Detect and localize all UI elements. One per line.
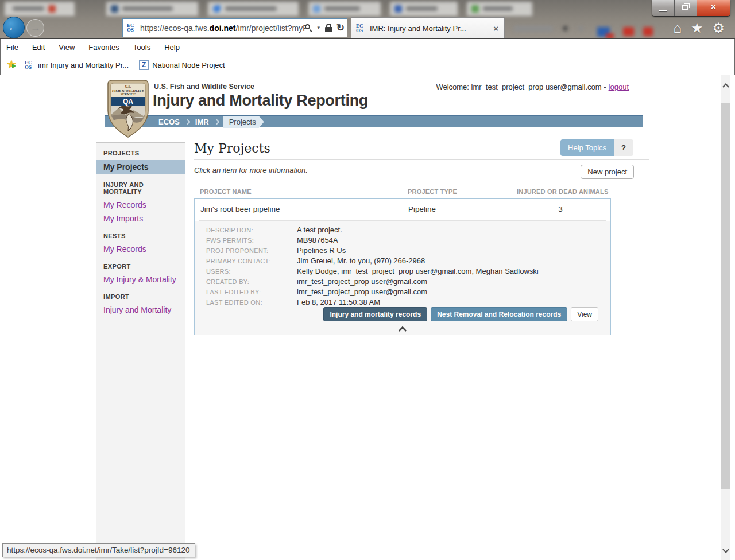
project-actions: Injury and mortality records Nest Remova…	[323, 307, 598, 321]
scrollbar-thumb[interactable]	[721, 103, 730, 489]
sidebar-item-my-projects[interactable]: My Projects	[96, 160, 185, 174]
restore-button[interactable]	[675, 0, 697, 16]
status-url-tooltip: https://ecos-qa.fws.doi.net/imr/Take/lis…	[2, 543, 195, 557]
vertical-scrollbar[interactable]	[721, 75, 730, 560]
ecos-favicon: ECOS	[127, 23, 137, 33]
active-tab[interactable]: ECOS IMR: Injury and Mortality Pr... ×	[351, 17, 505, 38]
collapse-chevron-icon[interactable]	[195, 324, 610, 334]
detail-value: A test project.	[297, 225, 342, 236]
background-window-tab	[308, 2, 381, 16]
minimize-icon	[659, 10, 667, 11]
detail-label: PRIMARY CONTACT:	[195, 256, 297, 267]
detail-label: CREATED BY:	[195, 277, 297, 287]
scroll-down-icon[interactable]	[721, 545, 730, 557]
detail-value: imr_test_project_prop user@gmail.com	[297, 277, 427, 287]
sidebar-header-export: EXPORT	[96, 263, 185, 270]
forward-button[interactable]: →	[26, 19, 44, 37]
favorites-star-icon[interactable]: ★	[691, 21, 703, 36]
chevron-down-icon[interactable]: ▼	[316, 25, 321, 30]
breadcrumb-projects: Projects	[223, 116, 264, 128]
menu-help[interactable]: Help	[164, 43, 180, 52]
menu-favorites[interactable]: Favorites	[88, 43, 119, 52]
sidebar-header-nests: NESTS	[96, 232, 185, 239]
project-name[interactable]: Jim's root beer pipeline	[200, 205, 280, 213]
detail-label: PROJ PROPONENT:	[195, 246, 297, 256]
ecos-favicon: ECOS	[356, 24, 366, 33]
new-project-button[interactable]: New project	[581, 165, 634, 179]
address-bar[interactable]: ECOS https://ecos-qa.fws.doi.net/imr/pro…	[122, 18, 347, 37]
detail-row: DESCRIPTION: A test project.	[195, 225, 610, 236]
hint-text: Click an item for more information.	[194, 166, 308, 174]
detail-row: FWS PERMITS: MB987654A	[195, 236, 610, 246]
url-text[interactable]: https://ecos-qa.fws.doi.net/imr/project/…	[140, 24, 305, 33]
minimize-button[interactable]	[652, 0, 675, 16]
tab-title: IMR: Injury and Mortality Pr...	[370, 24, 492, 33]
background-blur-region	[508, 19, 657, 38]
ecos-favicon: ECOS	[25, 60, 34, 70]
breadcrumb-ecos[interactable]: ECOS	[154, 118, 184, 126]
browser-window: × ← → ECOS https://ecos-qa.fws.doi.net/i…	[0, 0, 735, 560]
detail-label: USERS:	[195, 267, 297, 277]
home-icon[interactable]: ⌂	[673, 21, 682, 36]
nest-removal-records-button[interactable]: Nest Removal and Relocation records	[431, 307, 567, 321]
help-topics-button[interactable]: Help Topics	[560, 139, 614, 156]
menu-edit[interactable]: Edit	[32, 43, 45, 52]
sidebar-header-import: IMPORT	[96, 293, 185, 300]
tab-close-icon[interactable]: ×	[492, 24, 500, 33]
breadcrumb-imr[interactable]: IMR	[191, 118, 214, 126]
page-title: My Projects	[194, 141, 270, 155]
scroll-up-icon[interactable]	[721, 80, 730, 91]
background-window-tab	[467, 2, 532, 16]
chevron-right-icon	[184, 119, 190, 125]
sidebar-item-my-imports[interactable]: My Imports	[96, 212, 185, 225]
background-window-tab	[208, 2, 299, 16]
refresh-icon[interactable]: ↻	[336, 24, 345, 32]
lock-icon	[325, 24, 332, 32]
menu-tools[interactable]: Tools	[133, 43, 150, 52]
menu-file[interactable]: File	[6, 43, 18, 52]
project-animal-count: 3	[517, 205, 604, 213]
close-button[interactable]: ×	[697, 0, 730, 16]
detail-label: LAST EDITED BY:	[195, 287, 297, 298]
back-button[interactable]: ←	[3, 17, 25, 38]
detail-label: DESCRIPTION:	[195, 225, 297, 236]
view-button[interactable]: View	[571, 307, 598, 321]
logout-link[interactable]: logout	[609, 83, 629, 91]
column-header-project-type: PROJECT TYPE	[408, 188, 457, 195]
app-title: Injury and Mortality Reporting	[153, 92, 368, 110]
detail-row: USERS: Kelly Dodge, imr_test_project_pro…	[195, 267, 610, 277]
background-window-tab	[5, 2, 75, 16]
chevron-right-icon	[214, 119, 219, 125]
favorite-item-national-node[interactable]: Z National Node Project	[139, 60, 225, 70]
detail-row: PRIMARY CONTACT: Jim Greuel, Mr. to you,…	[195, 256, 610, 267]
sidebar-item-my-records[interactable]: My Records	[96, 198, 185, 212]
detail-value: Pipelines R Us	[297, 246, 346, 256]
sidebar-header-projects: PROJECTS	[96, 150, 185, 157]
help-group: Help Topics ?	[560, 139, 633, 156]
detail-label: FWS PERMITS:	[195, 236, 297, 246]
sidebar-header-injury-mortality: INJURY AND MORTALITY	[96, 181, 185, 195]
breadcrumb: ECOS IMR Projects	[105, 115, 643, 127]
favorite-item-imr[interactable]: ECOS imr Injury and Mortality Pr...	[25, 60, 129, 70]
background-window-tab	[106, 2, 198, 16]
menu-view[interactable]: View	[59, 43, 75, 52]
detail-row: LAST EDITED BY: imr_test_project_prop us…	[195, 287, 610, 298]
sidebar: PROJECTS My Projects INJURY AND MORTALIT…	[96, 142, 185, 560]
fws-logo: U.S. FISH & WILDLIFE SERVICE QA	[106, 79, 150, 138]
close-icon: ×	[697, 2, 730, 11]
sidebar-item-import-injury-mortality[interactable]: Injury and Mortality	[96, 303, 185, 317]
column-header-injured-animals: INJURED OR DEAD ANIMALS	[517, 188, 608, 195]
detail-label: LAST EDITED ON:	[195, 298, 297, 308]
svg-text:QA: QA	[123, 98, 133, 106]
project-type: Pipeline	[408, 205, 436, 213]
detail-value: Jim Greuel, Mr. to you, (970) 266-2968	[297, 256, 425, 267]
menu-bar: File Edit View Favorites Tools Help	[0, 39, 735, 55]
help-question-button[interactable]: ?	[614, 139, 633, 156]
sidebar-item-my-injury-mortality[interactable]: My Injury & Mortality	[96, 273, 185, 286]
gear-icon[interactable]: ⚙	[712, 21, 725, 36]
search-icon[interactable]	[305, 24, 312, 32]
sidebar-item-nests-my-records[interactable]: My Records	[96, 242, 185, 256]
add-favorite-icon[interactable]: ★	[5, 59, 19, 71]
injury-mortality-records-button[interactable]: Injury and mortality records	[323, 307, 427, 321]
welcome-text: Welcome: imr_test_project_prop user@gmai…	[436, 83, 629, 91]
